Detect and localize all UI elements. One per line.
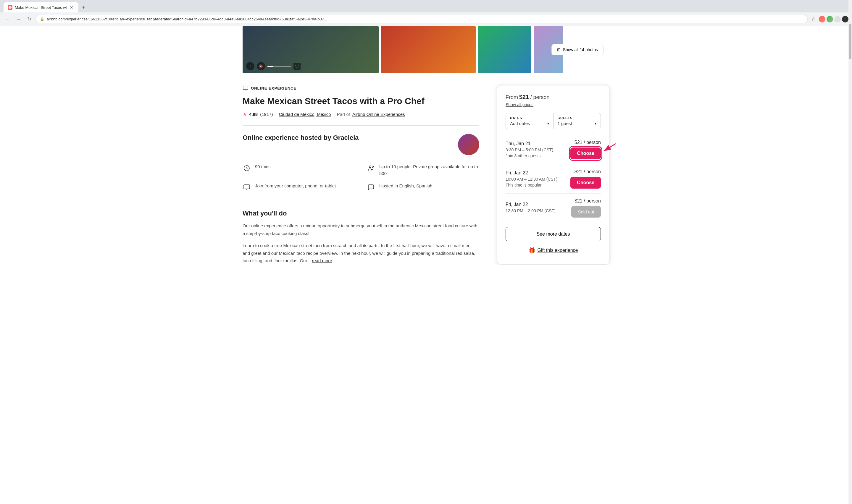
timeslot-row: Fri, Jan 22 12:30 PM – 2:00 PM (CST) $21… xyxy=(506,194,601,222)
online-badge-icon xyxy=(243,85,248,91)
part-of-text: Part of xyxy=(337,112,350,117)
what-section-title: What you'll do xyxy=(243,210,479,217)
choose-button[interactable]: Choose xyxy=(570,177,601,188)
photo-main: ⏸ 🔇 ⛶ xyxy=(243,26,379,73)
dates-value: Add dates xyxy=(510,121,530,126)
show-all-photos-button[interactable]: ⊞ Show all 14 photos xyxy=(552,44,604,55)
online-experience-badge: ONLINE EXPERIENCE xyxy=(243,85,479,91)
guests-chevron-icon: ▾ xyxy=(595,122,596,126)
timeslot-right: $21 / person Choose xyxy=(570,169,601,188)
photo-sm-1 xyxy=(478,26,531,73)
timeslot-time: 12:30 PM – 2:00 PM (CST) xyxy=(506,209,571,213)
guests-selector[interactable]: GUESTS 1 guest ▾ xyxy=(554,113,601,129)
show-all-prices-link[interactable]: Show all prices xyxy=(506,102,601,107)
url-text: airbnb.com/experiences/1661135?currentTa… xyxy=(47,17,803,21)
divider-1 xyxy=(243,125,479,126)
what-body-2: Learn to cook a true Mexican street taco… xyxy=(243,242,479,265)
timeslot-note: Join 3 other guests xyxy=(506,154,570,158)
star-icon: ★ xyxy=(243,111,247,117)
experience-details: 90 mins Up to 10 people. Private groups … xyxy=(243,163,479,192)
gift-icon: 🎁 xyxy=(529,247,535,254)
rating-row: ★ 4.98 (1917) · Ciudad de México, Mexico… xyxy=(243,111,479,117)
timeslot-right: $21 / person Choose xyxy=(570,140,601,159)
per-person-label: / person xyxy=(530,94,549,101)
bookmark-button[interactable]: ☆ xyxy=(810,15,817,23)
host-avatar xyxy=(458,134,479,155)
scrollbar-thumb[interactable] xyxy=(849,24,851,59)
svg-point-3 xyxy=(372,166,373,168)
host-section: Online experience hosted by Graciela xyxy=(243,134,479,155)
booking-sidebar: From $21 / person Show all prices DATES … xyxy=(497,85,609,265)
svg-rect-0 xyxy=(243,86,248,90)
svg-point-2 xyxy=(369,166,371,168)
forward-button[interactable]: → xyxy=(14,15,22,23)
video-progress[interactable] xyxy=(267,66,291,67)
timeslot-date: Thu, Jan 21 xyxy=(506,141,570,146)
timeslot-row: Thu, Jan 21 3:30 PM – 5:00 PM (CST) Join… xyxy=(506,135,601,164)
sold-out-button: Sold out xyxy=(571,206,601,218)
chat-icon xyxy=(367,183,375,192)
timeslot-info: Fri, Jan 22 12:30 PM – 2:00 PM (CST) xyxy=(506,202,571,214)
dates-label: DATES xyxy=(510,116,549,120)
divider-2 xyxy=(243,201,479,201)
profile-icons xyxy=(819,16,849,22)
mute-button[interactable]: 🔇 xyxy=(257,62,265,70)
timeslots-list: Thu, Jan 21 3:30 PM – 5:00 PM (CST) Join… xyxy=(506,135,601,222)
see-more-dates-button[interactable]: See more dates xyxy=(506,227,601,241)
main-content: ONLINE EXPERIENCE Make Mexican Street Ta… xyxy=(243,85,479,265)
guests-value: 1 guest xyxy=(558,121,572,126)
timeslot-date: Fri, Jan 22 xyxy=(506,170,570,176)
host-title: Online experience hosted by Graciela xyxy=(243,134,359,142)
guests-label: GUESTS xyxy=(558,116,597,120)
choose-button[interactable]: Choose xyxy=(570,147,601,159)
back-button[interactable]: ← xyxy=(3,15,12,23)
scrollbar[interactable] xyxy=(849,0,852,265)
price-amount: $21 xyxy=(519,94,529,101)
dates-selector[interactable]: DATES Add dates ▾ xyxy=(506,113,554,129)
date-guest-selector: DATES Add dates ▾ GUESTS 1 guest ▾ xyxy=(506,113,601,129)
timeslot-note: This time is popular xyxy=(506,183,570,187)
clock-icon xyxy=(243,164,251,172)
timeslot-price: $21 / person xyxy=(574,169,601,175)
read-more-link[interactable]: read more xyxy=(312,258,332,263)
timeslot-price: $21 / person xyxy=(574,140,601,145)
tab-close-icon[interactable]: ✕ xyxy=(69,5,74,10)
timeslot-price: $21 / person xyxy=(574,198,601,204)
profile-avatar-4 xyxy=(842,16,849,22)
address-bar[interactable]: 🔒 airbnb.com/experiences/1661135?current… xyxy=(35,15,807,23)
monitor-icon xyxy=(243,183,251,192)
detail-language: Hosted in English, Spanish xyxy=(367,183,479,192)
timeslot-time: 10:00 AM – 11:30 AM (CST) xyxy=(506,177,570,181)
detail-duration: 90 mins xyxy=(243,163,355,177)
what-body-1: Our online experience offers a unique op… xyxy=(243,222,479,237)
profile-avatar-1 xyxy=(819,16,825,22)
browser-tab[interactable]: Make Mexican Street Tacos wi ✕ xyxy=(3,2,79,13)
grid-icon: ⊞ xyxy=(557,47,561,52)
timeslot-info: Thu, Jan 21 3:30 PM – 5:00 PM (CST) Join… xyxy=(506,141,570,158)
page-title: Make Mexican Street Tacos with a Pro Che… xyxy=(243,95,479,107)
detail-group-size: Up to 10 people. Private groups availabl… xyxy=(367,163,479,177)
rating-count: (1917) xyxy=(260,112,273,117)
fullscreen-button[interactable]: ⛶ xyxy=(294,63,300,70)
lock-icon: 🔒 xyxy=(40,17,45,21)
reload-button[interactable]: ↻ xyxy=(25,15,33,23)
arrow-annotation xyxy=(599,142,617,158)
play-pause-button[interactable]: ⏸ xyxy=(246,62,255,70)
profile-avatar-2 xyxy=(827,16,833,22)
airbnb-experiences-link[interactable]: Airbnb Online Experiences xyxy=(352,112,405,117)
svg-rect-4 xyxy=(244,185,250,189)
timeslot-row: Fri, Jan 22 10:00 AM – 11:30 AM (CST) Th… xyxy=(506,164,601,194)
new-tab-button[interactable]: + xyxy=(80,3,88,12)
timeslot-info: Fri, Jan 22 10:00 AM – 11:30 AM (CST) Th… xyxy=(506,170,570,187)
tab-title: Make Mexican Street Tacos wi xyxy=(15,5,67,10)
from-label: From xyxy=(506,94,518,101)
gift-experience-link[interactable]: Gift this experience xyxy=(538,248,578,253)
gift-row[interactable]: 🎁 Gift this experience xyxy=(506,245,601,256)
timeslot-date: Fri, Jan 22 xyxy=(506,202,571,207)
tab-favicon xyxy=(8,5,13,10)
location-link[interactable]: Ciudad de México, Mexico xyxy=(279,112,331,117)
price-row: From $21 / person xyxy=(506,94,601,101)
booking-card: From $21 / person Show all prices DATES … xyxy=(497,85,609,265)
rating-value: 4.98 xyxy=(249,112,258,117)
photo-mid-1 xyxy=(381,26,476,73)
